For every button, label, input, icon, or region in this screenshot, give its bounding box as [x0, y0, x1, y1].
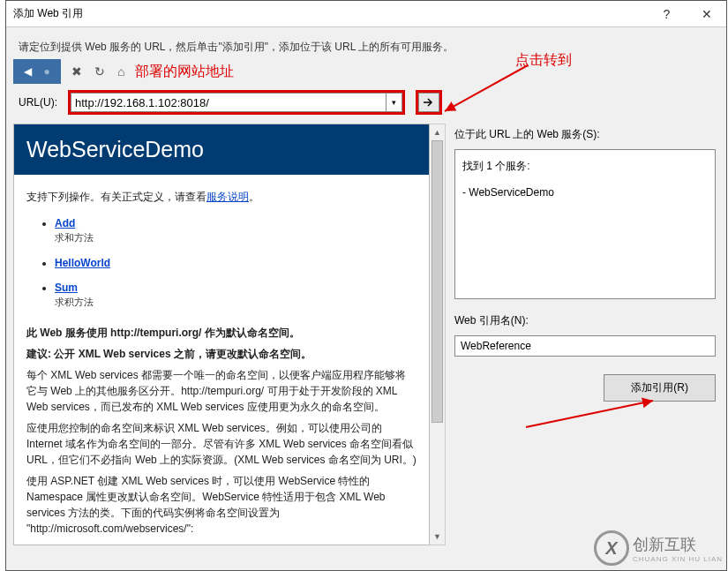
url-input-highlight: ▾ [68, 90, 405, 115]
op-desc: 求和方法 [55, 231, 417, 244]
dialog-window: 添加 Web 引用 ? ✕ 请定位到提供 Web 服务的 URL，然后单击"添加… [5, 0, 727, 571]
add-ref-row: 添加引用(R) [454, 374, 716, 402]
intro-text: 支持下列操作。有关正式定义，请查看服务说明。 [26, 189, 417, 205]
url-dropdown[interactable]: ▾ [387, 93, 402, 112]
annotation-click-go: 点击转到 [515, 51, 572, 70]
watermark-subtext: CHUANG XIN HU LIAN [633, 555, 723, 563]
left-column: WebServiceDemo 支持下列操作。有关正式定义，请查看服务说明。 Ad… [13, 124, 446, 545]
go-arrow-icon [423, 97, 435, 108]
forward-button: ● [40, 64, 54, 79]
main-columns: WebServiceDemo 支持下列操作。有关正式定义，请查看服务说明。 Ad… [6, 124, 726, 556]
watermark-logo-icon: X [594, 530, 629, 566]
go-button[interactable] [418, 93, 439, 112]
url-input[interactable] [71, 93, 387, 112]
tool-icons: ✖ ↻ ⌂ [71, 64, 124, 79]
instruction-text: 请定位到提供 Web 服务的 URL，然后单击"添加引用"，添加位于该 URL … [6, 27, 726, 58]
list-item: HelloWorld [55, 257, 417, 269]
service-body: 支持下列操作。有关正式定义，请查看服务说明。 Add求和方法 HelloWorl… [14, 175, 429, 545]
advice-line: 建议: 公开 XML Web services 之前，请更改默认命名空间。 [26, 346, 417, 362]
paragraph-3: 使用 ASP.NET 创建 XML Web services 时，可以使用 We… [26, 473, 417, 537]
window-title: 添加 Web 引用 [13, 6, 647, 21]
op-link-sum[interactable]: Sum [55, 282, 78, 294]
toolbar: ◀ ● ✖ ↻ ⌂ 部署的网站地址 [6, 58, 726, 85]
op-link-helloworld[interactable]: HelloWorld [55, 257, 110, 269]
watermark-text: 创新互联 [633, 534, 723, 555]
service-preview-pane: WebServiceDemo 支持下列操作。有关正式定义，请查看服务说明。 Ad… [13, 124, 430, 545]
paragraph-2: 应使用您控制的命名空间来标识 XML Web services。例如，可以使用公… [26, 420, 417, 468]
services-label: 位于此 URL 上的 Web 服务(S): [454, 127, 716, 142]
refname-label: Web 引用名(N): [454, 313, 716, 328]
service-description-link[interactable]: 服务说明 [206, 191, 249, 203]
services-listbox[interactable]: 找到 1 个服务: - WebServiceDemo [454, 149, 716, 299]
nav-cluster: ◀ ● [13, 59, 61, 84]
namespace-line: 此 Web 服务使用 http://tempuri.org/ 作为默认命名空间。 [26, 325, 417, 341]
paragraph-1: 每个 XML Web services 都需要一个唯一的命名空间，以便客户端应用… [26, 367, 417, 415]
scroll-down-icon[interactable]: ▼ [430, 529, 445, 545]
service-heading: WebServiceDemo [14, 124, 429, 175]
url-row: URL(U): ▾ [6, 85, 726, 124]
help-button[interactable]: ? [647, 1, 687, 27]
right-column: 位于此 URL 上的 Web 服务(S): 找到 1 个服务: - WebSer… [454, 124, 716, 545]
home-icon[interactable]: ⌂ [117, 64, 124, 79]
refname-input[interactable] [454, 335, 716, 357]
watermark: X 创新互联 CHUANG XIN HU LIAN [594, 530, 723, 566]
op-link-add[interactable]: Add [55, 217, 75, 229]
url-label: URL(U): [19, 96, 63, 109]
scroll-track[interactable] [430, 140, 445, 529]
service-item[interactable]: - WebServiceDemo [462, 184, 708, 200]
back-button[interactable]: ◀ [20, 64, 34, 79]
scroll-up-icon[interactable]: ▲ [430, 124, 445, 140]
operation-list: Add求和方法 HelloWorld Sum求积方法 [55, 217, 417, 309]
annotation-deploy-url: 部署的网站地址 [135, 63, 234, 81]
list-item: Sum求积方法 [55, 282, 417, 309]
add-reference-button[interactable]: 添加引用(R) [604, 374, 716, 402]
refresh-icon[interactable]: ↻ [94, 64, 105, 79]
list-item: Add求和方法 [55, 217, 417, 244]
scrollbar[interactable]: ▲ ▼ [430, 124, 446, 545]
go-button-highlight [416, 90, 442, 115]
scroll-thumb[interactable] [432, 140, 443, 423]
op-desc: 求积方法 [55, 296, 417, 309]
close-button[interactable]: ✕ [687, 1, 726, 27]
stop-icon[interactable]: ✖ [71, 64, 82, 79]
titlebar: 添加 Web 引用 ? ✕ [6, 1, 726, 27]
found-count: 找到 1 个服务: [462, 157, 708, 176]
